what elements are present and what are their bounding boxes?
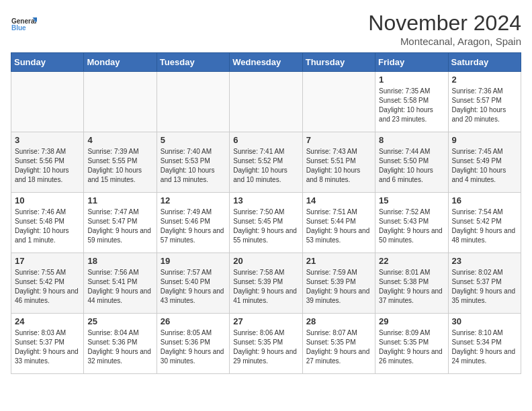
calendar-cell: 11Sunrise: 7:47 AM Sunset: 5:47 PM Dayli…: [84, 193, 157, 253]
day-info: Sunrise: 7:50 AM Sunset: 5:45 PM Dayligh…: [233, 208, 298, 245]
day-info: Sunrise: 7:41 AM Sunset: 5:52 PM Dayligh…: [233, 147, 298, 185]
calendar-cell: [157, 72, 229, 132]
day-info: Sunrise: 8:10 AM Sunset: 5:34 PM Dayligh…: [452, 328, 517, 366]
day-number: 30: [452, 316, 517, 326]
day-info: Sunrise: 7:43 AM Sunset: 5:51 PM Dayligh…: [306, 147, 371, 185]
calendar-cell: 5Sunrise: 7:40 AM Sunset: 5:53 PM Daylig…: [157, 132, 229, 193]
day-info: Sunrise: 7:46 AM Sunset: 5:48 PM Dayligh…: [15, 208, 80, 245]
calendar-cell: 13Sunrise: 7:50 AM Sunset: 5:45 PM Dayli…: [230, 193, 302, 253]
calendar-cell: 21Sunrise: 7:59 AM Sunset: 5:39 PM Dayli…: [302, 253, 375, 314]
day-info: Sunrise: 7:58 AM Sunset: 5:39 PM Dayligh…: [233, 268, 298, 306]
day-number: 10: [15, 195, 80, 205]
calendar-cell: 23Sunrise: 8:02 AM Sunset: 5:37 PM Dayli…: [448, 253, 521, 314]
calendar-cell: 10Sunrise: 7:46 AM Sunset: 5:48 PM Dayli…: [11, 193, 84, 253]
calendar-cell: 4Sunrise: 7:39 AM Sunset: 5:55 PM Daylig…: [84, 132, 157, 193]
day-info: Sunrise: 8:02 AM Sunset: 5:37 PM Dayligh…: [452, 268, 517, 306]
day-number: 4: [87, 135, 152, 145]
day-number: 29: [379, 316, 444, 326]
header-day-friday: Friday: [375, 53, 448, 72]
day-number: 28: [306, 316, 371, 326]
calendar-cell: 26Sunrise: 8:05 AM Sunset: 5:36 PM Dayli…: [157, 314, 229, 374]
calendar-cell: 17Sunrise: 7:55 AM Sunset: 5:42 PM Dayli…: [11, 253, 84, 314]
month-title: November 2024: [368, 11, 521, 36]
calendar-cell: 6Sunrise: 7:41 AM Sunset: 5:52 PM Daylig…: [230, 132, 302, 193]
day-info: Sunrise: 8:01 AM Sunset: 5:38 PM Dayligh…: [379, 268, 444, 306]
day-number: 23: [452, 256, 517, 266]
day-number: 26: [161, 316, 226, 326]
day-number: 15: [379, 195, 444, 205]
calendar-cell: 16Sunrise: 7:54 AM Sunset: 5:42 PM Dayli…: [448, 193, 521, 253]
day-number: 25: [87, 316, 152, 326]
day-number: 14: [306, 195, 371, 205]
day-number: 22: [379, 256, 444, 266]
day-number: 3: [15, 135, 80, 145]
day-info: Sunrise: 7:44 AM Sunset: 5:50 PM Dayligh…: [379, 147, 444, 185]
calendar-cell: 19Sunrise: 7:57 AM Sunset: 5:40 PM Dayli…: [157, 253, 229, 314]
day-number: 19: [161, 256, 226, 266]
day-info: Sunrise: 7:54 AM Sunset: 5:42 PM Dayligh…: [452, 208, 517, 245]
day-info: Sunrise: 8:07 AM Sunset: 5:35 PM Dayligh…: [306, 328, 371, 366]
day-number: 7: [306, 135, 371, 145]
day-number: 12: [161, 195, 226, 205]
day-number: 8: [379, 135, 444, 145]
calendar-cell: 12Sunrise: 7:49 AM Sunset: 5:46 PM Dayli…: [157, 193, 229, 253]
day-number: 5: [161, 135, 226, 145]
calendar-cell: 27Sunrise: 8:06 AM Sunset: 5:35 PM Dayli…: [230, 314, 302, 374]
day-number: 6: [233, 135, 298, 145]
header-day-thursday: Thursday: [302, 53, 375, 72]
header-day-tuesday: Tuesday: [157, 53, 229, 72]
header-day-wednesday: Wednesday: [230, 53, 302, 72]
logo-svg: General Blue: [11, 11, 38, 38]
day-info: Sunrise: 7:47 AM Sunset: 5:47 PM Dayligh…: [87, 208, 152, 245]
header-day-saturday: Saturday: [448, 53, 521, 72]
calendar-cell: 24Sunrise: 8:03 AM Sunset: 5:37 PM Dayli…: [11, 314, 84, 374]
calendar-cell: 3Sunrise: 7:38 AM Sunset: 5:56 PM Daylig…: [11, 132, 84, 193]
day-info: Sunrise: 8:06 AM Sunset: 5:35 PM Dayligh…: [233, 328, 298, 366]
day-info: Sunrise: 7:52 AM Sunset: 5:43 PM Dayligh…: [379, 208, 444, 245]
day-info: Sunrise: 7:55 AM Sunset: 5:42 PM Dayligh…: [15, 268, 80, 306]
calendar-cell: 18Sunrise: 7:56 AM Sunset: 5:41 PM Dayli…: [84, 253, 157, 314]
day-info: Sunrise: 8:09 AM Sunset: 5:35 PM Dayligh…: [379, 328, 444, 366]
calendar-week-row: 1Sunrise: 7:35 AM Sunset: 5:58 PM Daylig…: [11, 72, 521, 132]
calendar-cell: 9Sunrise: 7:45 AM Sunset: 5:49 PM Daylig…: [448, 132, 521, 193]
day-number: 13: [233, 195, 298, 205]
day-info: Sunrise: 7:49 AM Sunset: 5:46 PM Dayligh…: [161, 208, 226, 245]
header: General Blue November 2024 Montecanal, A…: [11, 11, 521, 47]
day-number: 11: [87, 195, 152, 205]
day-number: 21: [306, 256, 371, 266]
calendar-cell: 20Sunrise: 7:58 AM Sunset: 5:39 PM Dayli…: [230, 253, 302, 314]
day-info: Sunrise: 7:56 AM Sunset: 5:41 PM Dayligh…: [87, 268, 152, 306]
calendar-week-row: 17Sunrise: 7:55 AM Sunset: 5:42 PM Dayli…: [11, 253, 521, 314]
location: Montecanal, Aragon, Spain: [368, 36, 521, 47]
calendar-table: SundayMondayTuesdayWednesdayThursdayFrid…: [11, 52, 521, 374]
calendar-cell: 7Sunrise: 7:43 AM Sunset: 5:51 PM Daylig…: [302, 132, 375, 193]
day-info: Sunrise: 7:35 AM Sunset: 5:58 PM Dayligh…: [379, 87, 444, 124]
day-number: 24: [15, 316, 80, 326]
day-info: Sunrise: 7:59 AM Sunset: 5:39 PM Dayligh…: [306, 268, 371, 306]
day-info: Sunrise: 7:40 AM Sunset: 5:53 PM Dayligh…: [161, 147, 226, 185]
svg-text:General: General: [11, 17, 36, 25]
day-info: Sunrise: 7:51 AM Sunset: 5:44 PM Dayligh…: [306, 208, 371, 245]
calendar-cell: 22Sunrise: 8:01 AM Sunset: 5:38 PM Dayli…: [375, 253, 448, 314]
day-number: 16: [452, 195, 517, 205]
calendar-cell: 15Sunrise: 7:52 AM Sunset: 5:43 PM Dayli…: [375, 193, 448, 253]
calendar-cell: [230, 72, 302, 132]
calendar-cell: 2Sunrise: 7:36 AM Sunset: 5:57 PM Daylig…: [448, 72, 521, 132]
calendar-cell: [302, 72, 375, 132]
day-info: Sunrise: 7:39 AM Sunset: 5:55 PM Dayligh…: [87, 147, 152, 185]
header-day-sunday: Sunday: [11, 53, 84, 72]
calendar-week-row: 24Sunrise: 8:03 AM Sunset: 5:37 PM Dayli…: [11, 314, 521, 374]
day-info: Sunrise: 7:38 AM Sunset: 5:56 PM Dayligh…: [15, 147, 80, 185]
calendar-cell: 14Sunrise: 7:51 AM Sunset: 5:44 PM Dayli…: [302, 193, 375, 253]
calendar-cell: 25Sunrise: 8:04 AM Sunset: 5:36 PM Dayli…: [84, 314, 157, 374]
title-area: November 2024 Montecanal, Aragon, Spain: [368, 11, 521, 47]
day-info: Sunrise: 7:45 AM Sunset: 5:49 PM Dayligh…: [452, 147, 517, 185]
header-day-monday: Monday: [84, 53, 157, 72]
day-number: 2: [452, 75, 517, 85]
day-number: 18: [87, 256, 152, 266]
calendar-cell: 30Sunrise: 8:10 AM Sunset: 5:34 PM Dayli…: [448, 314, 521, 374]
calendar-cell: 8Sunrise: 7:44 AM Sunset: 5:50 PM Daylig…: [375, 132, 448, 193]
calendar-cell: 1Sunrise: 7:35 AM Sunset: 5:58 PM Daylig…: [375, 72, 448, 132]
day-number: 17: [15, 256, 80, 266]
calendar-week-row: 10Sunrise: 7:46 AM Sunset: 5:48 PM Dayli…: [11, 193, 521, 253]
